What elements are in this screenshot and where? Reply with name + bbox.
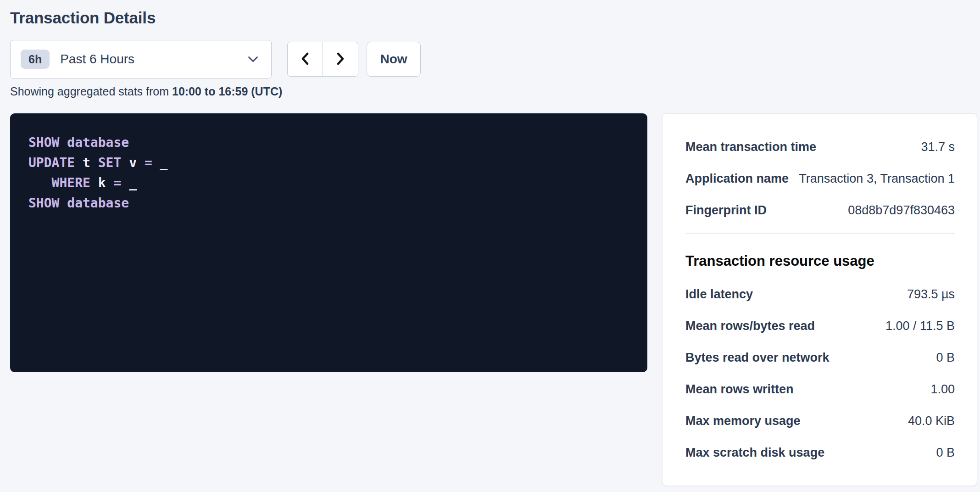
stat-row: Idle latency793.5 µs <box>685 285 955 303</box>
stat-value: 40.0 KiB <box>908 412 955 430</box>
chevron-down-icon <box>247 55 259 63</box>
transaction-summary-card: Mean transaction time31.7 sApplication n… <box>662 113 977 486</box>
resource-usage-heading: Transaction resource usage <box>685 252 955 270</box>
stat-label: Mean rows/bytes read <box>685 317 824 335</box>
time-range-select[interactable]: 6h Past 6 Hours <box>10 40 272 78</box>
stat-label: Max memory usage <box>685 412 810 430</box>
stat-label: Fingerprint ID <box>685 201 776 219</box>
previous-time-button[interactable] <box>287 42 323 77</box>
page-title: Transaction Details <box>10 8 980 28</box>
summary-rows: Mean transaction time31.7 sApplication n… <box>685 138 955 219</box>
stat-label: Max scratch disk usage <box>685 443 834 462</box>
card-divider <box>685 233 955 234</box>
next-time-button[interactable] <box>323 42 358 77</box>
time-range-label: Past 6 Hours <box>60 52 134 67</box>
stat-label: Mean rows written <box>685 380 803 398</box>
stat-value: Transaction 3, Transaction 1 <box>799 169 955 188</box>
stat-row: Mean transaction time31.7 s <box>685 138 955 156</box>
stat-label: Application name <box>685 169 798 188</box>
stat-row: Bytes read over network0 B <box>685 348 955 367</box>
chevron-left-icon <box>300 51 311 67</box>
sql-code: SHOW database UPDATE t SET v = _ WHERE k… <box>28 133 629 213</box>
subtitle-prefix: Showing aggregated stats from <box>10 85 172 98</box>
stat-label: Bytes read over network <box>685 348 839 367</box>
stat-value: 0 B <box>936 348 955 367</box>
main-content: SHOW database UPDATE t SET v = _ WHERE k… <box>10 113 980 486</box>
stat-label: Idle latency <box>685 285 762 303</box>
transaction-details-page: Transaction Details 6h Past 6 Hours <box>0 0 980 486</box>
stat-row: Fingerprint ID08d8b7d97f830463 <box>685 201 955 219</box>
time-step-buttons <box>287 42 358 77</box>
time-range-badge: 6h <box>21 50 50 69</box>
now-button[interactable]: Now <box>367 42 421 77</box>
aggregation-subtitle: Showing aggregated stats from 10:00 to 1… <box>10 84 980 98</box>
stat-value: 1.00 / 11.5 B <box>885 317 955 335</box>
stat-value: 1.00 <box>930 380 955 398</box>
stat-row: Mean rows/bytes read1.00 / 11.5 B <box>685 317 955 335</box>
sql-statement-panel: SHOW database UPDATE t SET v = _ WHERE k… <box>10 113 647 372</box>
subtitle-range: 10:00 to 16:59 (UTC) <box>172 85 282 98</box>
stat-value: 08d8b7d97f830463 <box>848 201 955 219</box>
chevron-right-icon <box>335 51 346 67</box>
stat-value: 0 B <box>936 443 955 462</box>
stat-row: Mean rows written1.00 <box>685 380 955 398</box>
time-controls: 6h Past 6 Hours <box>10 40 980 78</box>
stat-row: Max memory usage40.0 KiB <box>685 412 955 430</box>
stat-value: 31.7 s <box>921 138 955 156</box>
stat-value: 793.5 µs <box>907 285 955 303</box>
stat-label: Mean transaction time <box>685 138 825 156</box>
stat-row: Max scratch disk usage0 B <box>685 443 955 462</box>
stat-row: Application nameTransaction 3, Transacti… <box>685 169 955 188</box>
resource-usage-rows: Idle latency793.5 µsMean rows/bytes read… <box>685 285 955 462</box>
